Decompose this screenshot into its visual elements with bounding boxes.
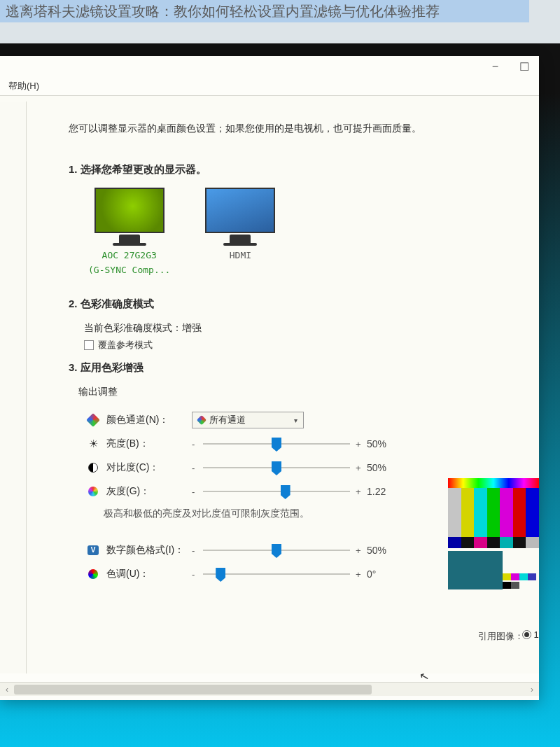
menu-help[interactable]: 帮助(H) [8, 81, 39, 91]
scroll-right-icon[interactable]: › [525, 685, 539, 694]
plus-icon: + [356, 463, 361, 473]
brightness-slider[interactable] [203, 443, 350, 445]
display-selection: AOC 27G2G3 (G-SYNC Comp... HDMI [88, 188, 539, 275]
brightness-icon [87, 438, 99, 450]
contrast-slider[interactable] [203, 467, 350, 468]
section1-title: 1. 选择您希望更改的显示器。 [69, 163, 539, 176]
main-pane: 您可以调整显示器的桌面颜色设置；如果您使用的是电视机，也可提升画面质量。 1. … [27, 102, 539, 673]
gamma-icon [87, 485, 99, 498]
intro-text: 您可以调整显示器的桌面颜色设置；如果您使用的是电视机，也可提升画面质量。 [69, 123, 539, 135]
contrast-row: 对比度(C)： - + 50% [87, 456, 539, 480]
reference-image-label: 引用图像： [478, 630, 524, 643]
plus-icon: + [356, 439, 361, 449]
plus-icon: + [356, 569, 361, 580]
scroll-left-icon[interactable]: ‹ [0, 685, 14, 694]
brightness-value: 50% [367, 438, 395, 449]
scroll-thumb[interactable] [14, 685, 372, 694]
photo-frame: − ☐ 帮助(H) 您可以调整显示器的桌面颜色设置；如果您使用的是电视机，也可提… [0, 43, 560, 747]
chevron-down-icon: ▾ [294, 417, 298, 424]
contrast-value: 50% [367, 462, 395, 473]
contrast-label: 对比度(C)： [106, 461, 185, 474]
gamma-value: 1.22 [367, 486, 395, 497]
app-window: − ☐ 帮助(H) 您可以调整显示器的桌面颜色设置；如果您使用的是电视机，也可提… [0, 56, 539, 700]
brightness-label: 亮度(B)： [106, 438, 185, 450]
channel-label: 颜色通道(N)： [106, 414, 185, 426]
channel-select[interactable]: 所有通道 ▾ [192, 412, 304, 428]
display-1[interactable]: AOC 27G2G3 (G-SYNC Comp... [88, 188, 170, 275]
channel-row: 颜色通道(N)： 所有通道 ▾ [87, 408, 539, 432]
vibrance-icon: V [87, 544, 99, 557]
minus-icon: - [192, 439, 197, 449]
article-title: 逃离塔科夫滤镜设置攻略：教你如何轻松设置内置滤镜与优化体验推荐 [0, 0, 529, 22]
gamma-label: 灰度(G)： [106, 485, 185, 498]
plus-icon: + [356, 545, 361, 556]
hue-label: 色调(U)： [106, 568, 185, 580]
display-1-sub: (G-SYNC Comp... [88, 265, 170, 275]
vibrance-slider[interactable] [203, 550, 350, 551]
section3-title: 3. 应用色彩增强 [69, 361, 539, 375]
display-2[interactable]: HDMI [205, 188, 275, 275]
output-adjust-label: 输出调整 [78, 386, 539, 398]
color-preview [448, 478, 539, 589]
content-area: 您可以调整显示器的桌面颜色设置；如果您使用的是电视机，也可提升画面质量。 1. … [0, 96, 539, 673]
vibrance-value: 50% [367, 545, 395, 556]
hue-icon [87, 568, 99, 580]
titlebar: − ☐ [0, 56, 539, 77]
contrast-icon [87, 461, 99, 474]
maximize-button[interactable]: ☐ [519, 60, 529, 74]
reference-radio-group: 1 2 [522, 629, 539, 640]
minus-icon: - [192, 463, 197, 473]
display-2-name: HDMI [205, 250, 275, 260]
left-nav-pane [0, 102, 27, 673]
override-label: 覆盖参考模式 [98, 339, 153, 351]
minus-icon: - [192, 569, 197, 580]
ref-radio-1[interactable] [522, 630, 531, 639]
gamma-slider[interactable] [203, 491, 350, 492]
color-mode-current: 当前色彩准确度模式：增强 [84, 322, 539, 335]
vibrance-label: 数字颜色格式(I)： [106, 544, 185, 557]
minus-icon: - [192, 487, 197, 497]
display-1-name: AOC 27G2G3 [88, 250, 170, 260]
plus-icon: + [356, 487, 361, 497]
brightness-row: 亮度(B)： - + 50% [87, 432, 539, 456]
section2-title: 2. 色彩准确度模式 [69, 298, 539, 311]
minus-icon: - [192, 545, 197, 556]
menubar: 帮助(H) [0, 77, 539, 96]
override-ref-row[interactable]: 覆盖参考模式 [84, 339, 539, 351]
minimize-button[interactable]: − [492, 60, 498, 73]
horizontal-scrollbar[interactable]: ‹ › [0, 682, 539, 696]
hue-value: 0° [367, 568, 395, 580]
channel-icon [87, 414, 99, 426]
hue-slider[interactable] [203, 573, 350, 575]
override-checkbox[interactable] [84, 340, 94, 350]
